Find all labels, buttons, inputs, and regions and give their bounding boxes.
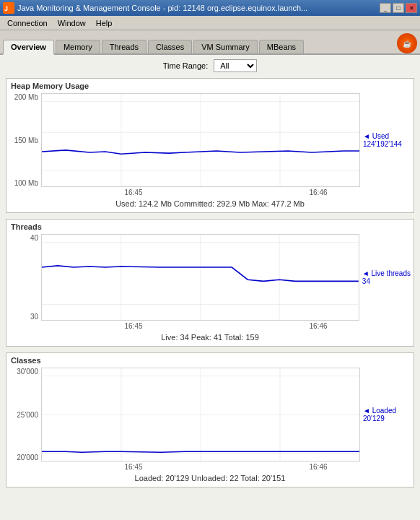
heap-x-1646: 16:46 bbox=[309, 188, 327, 196]
classes-chart-svg bbox=[42, 368, 359, 461]
threads-chart-area bbox=[41, 234, 359, 321]
threads-y-axis: 40 30 bbox=[9, 234, 41, 321]
tab-vmsummary[interactable]: VM Summary bbox=[193, 40, 258, 53]
menu-bar: Connection Window Help bbox=[0, 16, 420, 30]
heap-chart-svg bbox=[42, 94, 359, 186]
time-range-select[interactable]: All 1 min 2 min 5 min 10 min 30 min bbox=[214, 59, 257, 72]
menu-help[interactable]: Help bbox=[92, 17, 117, 29]
maximize-button[interactable]: □ bbox=[393, 3, 404, 13]
tab-mbeans[interactable]: MBeans bbox=[259, 40, 304, 53]
classes-stats: Loaded: 20'129 Unloaded: 22 Total: 20'15… bbox=[9, 471, 411, 484]
threads-x-axis: 16:45 16:46 bbox=[9, 321, 411, 330]
classes-x-axis: 16:45 16:46 bbox=[9, 462, 411, 471]
threads-chart-svg bbox=[42, 235, 359, 320]
heap-memory-section: Heap Memory Usage 200 Mb 150 Mb 100 Mb bbox=[6, 78, 414, 213]
heap-y-150: 150 Mb bbox=[14, 136, 38, 144]
heap-y-100: 100 Mb bbox=[14, 179, 38, 187]
time-range-bar: Time Range: All 1 min 2 min 5 min 10 min… bbox=[0, 55, 420, 75]
tab-classes[interactable]: Classes bbox=[148, 40, 192, 53]
classes-title: Classes bbox=[9, 356, 411, 365]
classes-legend-value: 20'129 bbox=[363, 415, 411, 422]
main-content: Time Range: All 1 min 2 min 5 min 10 min… bbox=[0, 55, 420, 520]
time-range-label: Time Range: bbox=[163, 61, 209, 70]
classes-chart-area bbox=[41, 368, 360, 462]
menu-connection[interactable]: Connection bbox=[3, 17, 52, 29]
threads-stats: Live: 34 Peak: 41 Total: 159 bbox=[9, 330, 411, 343]
close-button[interactable]: ✕ bbox=[406, 3, 417, 13]
heap-y-200: 200 Mb bbox=[14, 93, 38, 101]
threads-section: Threads 40 30 bbox=[6, 219, 414, 347]
tab-memory[interactable]: Memory bbox=[56, 40, 100, 53]
classes-x-1646: 16:46 bbox=[309, 463, 327, 471]
scroll-area[interactable]: Heap Memory Usage 200 Mb 150 Mb 100 Mb bbox=[0, 75, 420, 520]
heap-chart-area bbox=[41, 93, 360, 187]
heap-legend: ◄ Used 124'192'144 bbox=[360, 93, 411, 187]
menu-window[interactable]: Window bbox=[53, 17, 90, 29]
classes-y-axis: 30'000 25'000 20'000 bbox=[9, 368, 41, 462]
classes-x-1645: 16:45 bbox=[124, 463, 142, 471]
window-controls: _ □ ✕ bbox=[380, 3, 417, 13]
threads-legend-value: 34 bbox=[362, 277, 411, 285]
minimize-button[interactable]: _ bbox=[380, 3, 391, 13]
threads-x-1645: 16:45 bbox=[124, 322, 142, 330]
tab-overview[interactable]: Overview bbox=[3, 40, 54, 55]
heap-x-1645: 16:45 bbox=[124, 188, 142, 196]
classes-y-25000: 25'000 bbox=[17, 411, 38, 419]
threads-title: Threads bbox=[9, 222, 411, 231]
java-logo: ☕ bbox=[397, 33, 417, 53]
heap-legend-value: 124'192'144 bbox=[363, 140, 411, 148]
threads-y-30: 30 bbox=[30, 313, 38, 321]
classes-section: Classes 30'000 25'000 20'000 bbox=[6, 352, 414, 488]
title-bar: J Java Monitoring & Management Console -… bbox=[0, 0, 420, 16]
tab-threads[interactable]: Threads bbox=[102, 40, 146, 53]
heap-memory-title: Heap Memory Usage bbox=[9, 82, 411, 90]
svg-text:J: J bbox=[4, 5, 8, 12]
classes-y-20000: 20'000 bbox=[17, 454, 38, 462]
threads-x-1646: 16:46 bbox=[309, 322, 327, 330]
app-icon: J bbox=[3, 2, 14, 14]
heap-stats: Used: 124.2 Mb Committed: 292.9 Mb Max: … bbox=[9, 196, 411, 209]
heap-x-axis: 16:45 16:46 bbox=[9, 187, 411, 196]
tab-bar: Overview Memory Threads Classes VM Summa… bbox=[0, 30, 420, 55]
threads-y-40: 40 bbox=[30, 234, 38, 242]
classes-legend: ◄ Loaded 20'129 bbox=[360, 368, 411, 462]
title-text: Java Monitoring & Management Console - p… bbox=[17, 4, 307, 12]
threads-legend: ◄ Live threads 34 bbox=[359, 234, 411, 321]
heap-y-axis: 200 Mb 150 Mb 100 Mb bbox=[9, 93, 41, 187]
classes-y-30000: 30'000 bbox=[17, 368, 38, 376]
